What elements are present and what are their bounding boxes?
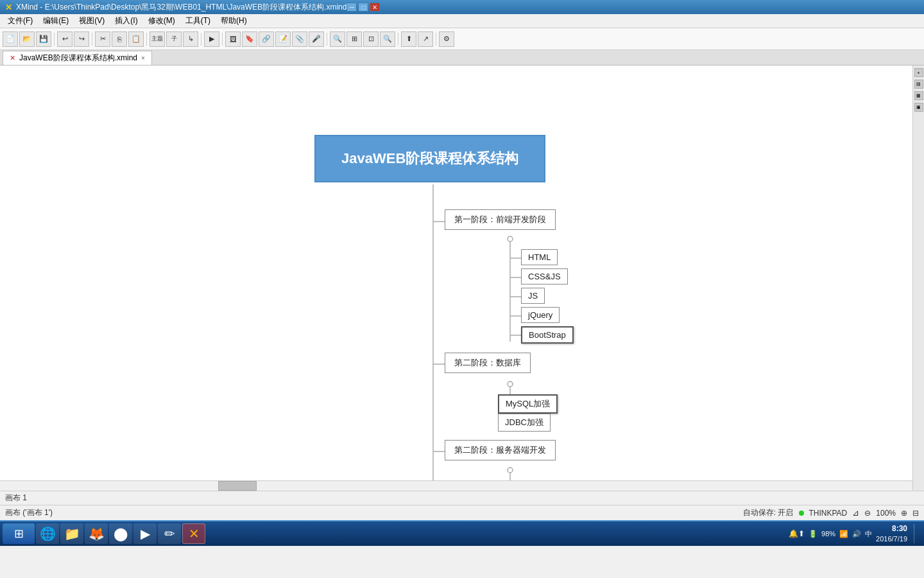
tab-main[interactable]: ✕ JavaWEB阶段课程体系结构.xmind × bbox=[3, 51, 152, 65]
taskbar-app-ie[interactable]: 🌐 bbox=[36, 523, 59, 544]
central-node[interactable]: JavaWEB阶段课程体系结构 bbox=[314, 135, 545, 182]
zoom-fit-btn[interactable]: ⊟ bbox=[912, 509, 919, 518]
tb-export[interactable]: ⬆ bbox=[401, 31, 416, 47]
tray-icons: 🔔⬆ bbox=[789, 529, 805, 538]
zoom-in-btn[interactable]: ⊕ bbox=[901, 509, 907, 518]
edit-icon: ✏ bbox=[164, 526, 175, 541]
h-scrollbar-thumb[interactable] bbox=[218, 481, 257, 491]
tb-sep7 bbox=[398, 33, 398, 46]
show-desktop[interactable] bbox=[914, 524, 918, 543]
ie-icon: 🌐 bbox=[40, 526, 56, 541]
tb-open[interactable]: 📂 bbox=[19, 31, 35, 47]
sidebar-panel2[interactable]: ▦ bbox=[914, 91, 923, 100]
stage3-node[interactable]: 第二阶段：服务器端开发 bbox=[445, 440, 556, 460]
tb-attach[interactable]: 📎 bbox=[292, 31, 307, 47]
filter-icon[interactable]: ⊿ bbox=[852, 508, 859, 518]
maximize-button[interactable]: □ bbox=[358, 3, 368, 12]
menu-file[interactable]: 文件(F) bbox=[3, 14, 38, 28]
window-controls: ─ □ ✕ bbox=[346, 3, 380, 12]
tb-sep2 bbox=[92, 33, 92, 46]
input-method: 中 bbox=[865, 529, 872, 539]
h-scrollbar[interactable] bbox=[0, 480, 912, 491]
zoom-out-btn[interactable]: ⊖ bbox=[864, 509, 871, 518]
tb-paste[interactable]: 📋 bbox=[128, 31, 144, 47]
tab-close-button[interactable]: × bbox=[141, 55, 145, 62]
tb-voice[interactable]: 🎤 bbox=[309, 31, 324, 47]
media-icon: ▶ bbox=[141, 526, 150, 541]
tb-copy[interactable]: ⎘ bbox=[112, 31, 127, 47]
tb-redo[interactable]: ↪ bbox=[74, 31, 89, 47]
xmind-app-icon: ✕ bbox=[189, 526, 200, 541]
menu-view[interactable]: 视图(V) bbox=[74, 14, 110, 28]
tb-sep6 bbox=[327, 33, 327, 46]
tb-save[interactable]: 💾 bbox=[36, 31, 51, 47]
tb-settings[interactable]: ⚙ bbox=[439, 31, 454, 47]
main-area: JavaWEB阶段课程体系结构 第一阶段：前端开发阶段 HTML CSS&JS … bbox=[0, 66, 924, 491]
taskbar-app-chrome[interactable]: ⬤ bbox=[109, 523, 132, 544]
minimize-button[interactable]: ─ bbox=[346, 3, 357, 12]
svg-point-16 bbox=[508, 468, 513, 473]
tb-topic[interactable]: 主题 bbox=[150, 31, 165, 47]
leaf-jquery[interactable]: jQuery bbox=[521, 307, 560, 323]
leaf-html[interactable]: HTML bbox=[521, 249, 558, 265]
tb-note[interactable]: 📝 bbox=[275, 31, 291, 47]
tb-zoom-fit[interactable]: ⊞ bbox=[346, 31, 362, 47]
leaf-css[interactable]: CSS&JS bbox=[521, 268, 568, 285]
start-button[interactable]: ⊞ bbox=[3, 523, 35, 544]
tb-zoom-sel[interactable]: ⊡ bbox=[363, 31, 379, 47]
menu-modify[interactable]: 修改(M) bbox=[143, 14, 180, 28]
tb-play[interactable]: ▶ bbox=[204, 31, 219, 47]
tb-new[interactable]: 📄 bbox=[3, 31, 18, 47]
firefox-icon: 🦊 bbox=[89, 526, 105, 541]
canvas-area[interactable]: JavaWEB阶段课程体系结构 第一阶段：前端开发阶段 HTML CSS&JS … bbox=[0, 66, 912, 491]
tb-sep3 bbox=[146, 33, 147, 46]
tb-link[interactable]: 🔗 bbox=[259, 31, 274, 47]
leaf-mysql[interactable]: MySQL加强 bbox=[498, 394, 558, 414]
svg-point-11 bbox=[508, 381, 513, 387]
connector-lines bbox=[0, 66, 912, 491]
tab-bar: ✕ JavaWEB阶段课程体系结构.xmind × bbox=[0, 50, 924, 66]
tb-sep4 bbox=[201, 33, 201, 46]
taskbar-app-xmind[interactable]: ✕ bbox=[182, 523, 205, 544]
zoom-level: 100% bbox=[876, 509, 896, 518]
sidebar-panel1[interactable]: ▤ bbox=[914, 80, 923, 89]
tb-branch[interactable]: ↳ bbox=[183, 31, 198, 47]
tb-zoom-in[interactable]: 🔍 bbox=[330, 31, 345, 47]
leaf-bootstrap[interactable]: BootStrap bbox=[521, 326, 574, 344]
sidebar-zoom-in[interactable]: + bbox=[914, 68, 923, 77]
menu-edit[interactable]: 编辑(E) bbox=[38, 14, 74, 28]
sidebar-panel3[interactable]: ▣ bbox=[914, 103, 923, 112]
menu-insert[interactable]: 插入(I) bbox=[110, 14, 142, 28]
taskbar-app-folder[interactable]: 📁 bbox=[60, 523, 83, 544]
canvas-info: 画布 ('画布 1') bbox=[5, 507, 53, 518]
tb-cut[interactable]: ✂ bbox=[95, 31, 110, 47]
tb-share[interactable]: ↗ bbox=[418, 31, 433, 47]
folder-icon: 📁 bbox=[64, 526, 80, 541]
taskbar-app-firefox[interactable]: 🦊 bbox=[85, 523, 108, 544]
menu-tools[interactable]: 工具(T) bbox=[180, 14, 216, 28]
time-block: 8:30 2016/7/19 bbox=[876, 524, 907, 543]
tb-sep8 bbox=[436, 33, 436, 46]
stage2-node[interactable]: 第二阶段：数据库 bbox=[445, 353, 531, 373]
menu-help[interactable]: 帮助(H) bbox=[216, 14, 252, 28]
tb-img[interactable]: 🖼 bbox=[225, 31, 241, 47]
battery-icon: 🔋 bbox=[809, 530, 817, 538]
tab-icon: ✕ bbox=[10, 54, 15, 62]
tb-undo[interactable]: ↩ bbox=[57, 31, 73, 47]
canvas-label: 画布 1 bbox=[5, 493, 27, 504]
network-icon: 📶 bbox=[839, 530, 848, 538]
tb-sep1 bbox=[54, 33, 55, 46]
leaf-js[interactable]: JS bbox=[521, 288, 545, 304]
title-bar: ✕ XMind - E:\Users\ThinkPad\Desktop\黑马32… bbox=[0, 0, 924, 14]
start-icon: ⊞ bbox=[14, 527, 24, 541]
tb-subtopic[interactable]: 子 bbox=[166, 31, 182, 47]
taskbar-app-media[interactable]: ▶ bbox=[133, 523, 157, 544]
clock-date: 2016/7/19 bbox=[876, 534, 907, 543]
tb-marker[interactable]: 🔖 bbox=[242, 31, 257, 47]
right-sidebar: + ▤ ▦ ▣ bbox=[912, 66, 924, 491]
close-button[interactable]: ✕ bbox=[370, 3, 380, 12]
tb-zoom-out[interactable]: 🔍 bbox=[380, 31, 395, 47]
stage1-node[interactable]: 第一阶段：前端开发阶段 bbox=[445, 209, 556, 230]
taskbar-app-edit[interactable]: ✏ bbox=[158, 523, 181, 544]
leaf-jdbc[interactable]: JDBC加强 bbox=[498, 414, 551, 432]
